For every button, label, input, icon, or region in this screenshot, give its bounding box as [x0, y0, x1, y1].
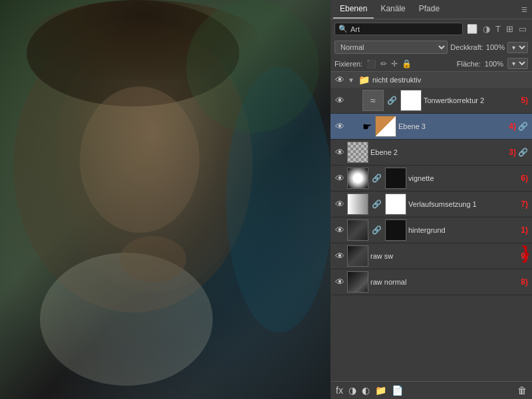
- layer-toolbar: fx ◑ ◐ 📁 📄 🗑: [331, 381, 532, 399]
- layer-row[interactable]: 👁 ≈ 🔗 Tonwertkorrektur 2 5): [331, 88, 532, 114]
- layer-thumbnail: [347, 271, 368, 293]
- layer-row[interactable]: 👁 ☛ Ebene 3 4) 🔗: [331, 114, 532, 140]
- layer-thumbnail: [347, 168, 368, 189]
- opacity-mini-select[interactable]: ▾: [507, 42, 528, 53]
- fx-icon[interactable]: fx: [336, 385, 343, 396]
- layer-visibility-icon[interactable]: 👁: [334, 277, 345, 287]
- opacity-label: Deckkraft:: [450, 43, 483, 51]
- layer-name: vignette: [408, 174, 516, 182]
- layer-name: Verlaufsumsetzung 1: [408, 200, 516, 208]
- adjustment-layer-icon[interactable]: ◐: [362, 385, 370, 396]
- layer-name: raw normal: [370, 278, 516, 286]
- layers-panel: Ebenen Kanäle Pfade ☰ 🔍 ⬜ ◑ T ⊞ ▭ Normal…: [331, 0, 532, 399]
- shape-icon[interactable]: ▭: [517, 23, 528, 35]
- fix-label: Fixieren:: [334, 60, 362, 68]
- tab-pfade[interactable]: Pfade: [412, 0, 446, 19]
- adjustment-icon[interactable]: ◑: [481, 23, 491, 35]
- layer-row[interactable]: 👁 raw sw 9) }: [331, 243, 532, 269]
- fill-mini-select[interactable]: ▾: [507, 58, 528, 69]
- layer-thumbnail: ≈: [362, 90, 384, 111]
- layer-visibility-icon[interactable]: 👁: [334, 173, 345, 184]
- svg-point-2: [80, 86, 200, 233]
- tab-kanaele[interactable]: Kanäle: [374, 0, 412, 19]
- layers-area: 👁 ▼ 📁 nicht destruktiv 👁 ≈ 🔗 Tonwertkorr…: [331, 72, 532, 381]
- layer-thumbnail: [347, 194, 368, 215]
- layer-mask-thumbnail: [400, 90, 422, 111]
- layer-visibility-icon[interactable]: 👁: [334, 251, 345, 261]
- chain-link-icon: 🔗: [372, 225, 382, 235]
- layer-number: 8): [521, 277, 528, 287]
- layer-name: Tonwertkorrektur 2: [424, 96, 516, 104]
- layer-thumbnail: [347, 142, 368, 163]
- fix-move-icon[interactable]: ✛: [391, 59, 398, 68]
- layer-name: Ebene 2: [370, 148, 504, 156]
- layer-row[interactable]: 👁 raw normal 8): [331, 269, 532, 295]
- hand-cursor-icon: ☛: [362, 120, 372, 133]
- layer-row[interactable]: 👁 Ebene 2 3) 🔗: [331, 140, 532, 166]
- search-box[interactable]: 🔍: [334, 23, 463, 35]
- layer-visibility-icon[interactable]: 👁: [334, 121, 345, 132]
- group-icon[interactable]: 📁: [375, 385, 386, 396]
- fix-row: Fixieren: ⬛ ✏ ✛ 🔒 Fläche: 100% ▾: [331, 56, 532, 72]
- svg-point-4: [120, 236, 186, 283]
- layer-number: 7): [521, 200, 528, 209]
- canvas-image: [0, 0, 331, 399]
- fix-lock-icon[interactable]: 🔒: [402, 59, 412, 68]
- layer-number: 1): [521, 225, 528, 235]
- layer-thumbnail: [347, 219, 368, 241]
- blend-mode-select[interactable]: Normal Multiplizieren Abdunkeln Aufhelle…: [334, 41, 448, 54]
- panel-menu-icon[interactable]: ☰: [519, 6, 529, 13]
- smart-object-icon[interactable]: ⊞: [505, 23, 515, 35]
- layer-row[interactable]: 👁 🔗 Verlaufsumsetzung 1 7): [331, 192, 532, 217]
- fill-value: 100%: [485, 60, 503, 68]
- fill-label: Fläche:: [457, 60, 481, 68]
- layer-row[interactable]: 👁 🔗 hintergrund 1): [331, 217, 532, 243]
- delete-layer-icon[interactable]: 🗑: [517, 385, 527, 396]
- new-layer-icon[interactable]: ⬜: [466, 23, 479, 35]
- layer-mask-thumbnail: [385, 219, 406, 241]
- linked-icon: 🔗: [518, 148, 528, 157]
- group-visibility-icon[interactable]: 👁: [334, 74, 345, 85]
- layer-name: raw sw: [370, 252, 516, 260]
- layer-visibility-icon[interactable]: 👁: [334, 95, 345, 106]
- opacity-value: 100%: [486, 43, 505, 51]
- layer-number: 6): [521, 174, 528, 183]
- layer-visibility-icon[interactable]: 👁: [334, 147, 345, 158]
- search-icon: 🔍: [338, 25, 348, 33]
- layer-row[interactable]: 👁 🔗 vignette 6): [331, 166, 532, 192]
- layer-mask-thumbnail: [385, 194, 406, 215]
- layer-icons-row: ⬜ ◑ T ⊞ ▭: [466, 23, 528, 35]
- linked-icon: 🔗: [518, 122, 528, 131]
- layer-number: 3): [509, 148, 516, 157]
- layer-group-header[interactable]: 👁 ▼ 📁 nicht destruktiv: [331, 72, 532, 88]
- chain-link-icon: 🔗: [387, 96, 397, 105]
- layer-name: hintergrund: [408, 226, 516, 234]
- fix-position-icon[interactable]: ⬛: [366, 59, 376, 68]
- folder-icon: 📁: [358, 74, 370, 85]
- text-icon[interactable]: T: [494, 23, 502, 35]
- layer-mask-thumbnail: [385, 168, 406, 189]
- layer-number: 4): [509, 122, 516, 131]
- layer-name: Ebene 3: [398, 122, 504, 130]
- layer-visibility-icon[interactable]: 👁: [334, 225, 345, 235]
- tab-ebenen[interactable]: Ebenen: [333, 0, 374, 19]
- group-name: nicht destruktiv: [372, 76, 528, 84]
- layer-visibility-icon[interactable]: 👁: [334, 199, 345, 209]
- layer-thumbnail: [375, 116, 396, 137]
- group-chevron-icon[interactable]: ▼: [348, 76, 354, 84]
- svg-point-6: [186, 0, 319, 133]
- new-layer-btn[interactable]: 📄: [392, 385, 403, 396]
- mask-icon[interactable]: ◑: [348, 385, 356, 396]
- chain-link-icon: 🔗: [372, 200, 382, 209]
- search-input[interactable]: [350, 25, 459, 33]
- fix-brush-icon[interactable]: ✏: [380, 59, 387, 68]
- search-row: 🔍 ⬜ ◑ T ⊞ ▭: [331, 19, 532, 39]
- blend-opacity-row: Normal Multiplizieren Abdunkeln Aufhelle…: [331, 39, 532, 56]
- layer-thumbnail: [347, 245, 368, 267]
- panel-tabs: Ebenen Kanäle Pfade ☰: [331, 0, 532, 19]
- chain-link-icon: 🔗: [372, 174, 382, 183]
- layer-number: 5): [521, 96, 528, 105]
